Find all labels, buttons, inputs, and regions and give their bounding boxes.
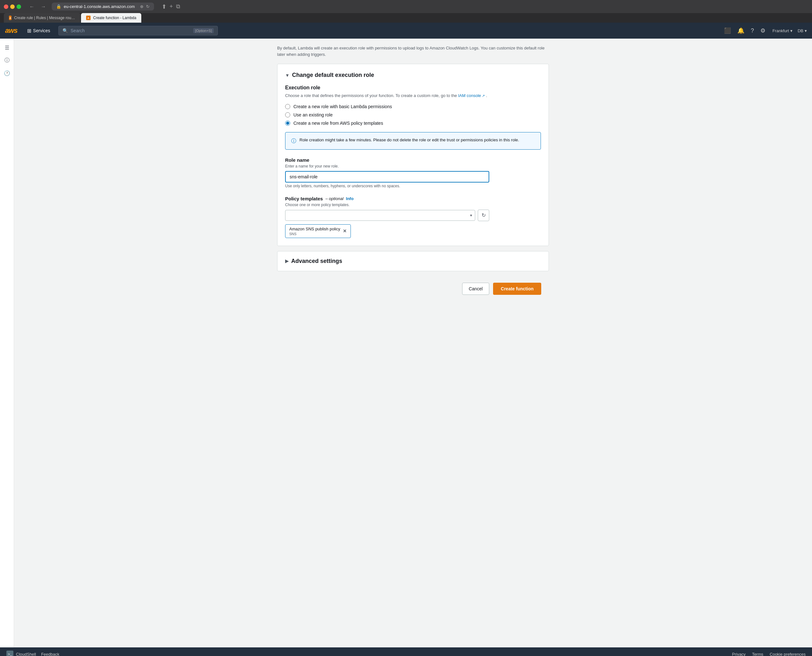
radio-existing-role-label: Use an existing role [293, 112, 333, 118]
policy-select-wrapper: ▾ [285, 210, 475, 221]
policy-refresh-button[interactable]: ↻ [478, 210, 489, 221]
user-label: DB [798, 28, 803, 33]
user-menu[interactable]: DB ▾ [798, 28, 807, 33]
radio-policy-template-label: Create a new role from AWS policy templa… [293, 121, 383, 126]
share-icon[interactable]: ⬆ [162, 3, 167, 10]
tab-iot[interactable]: A Create rule | Rules | Message routing … [4, 13, 80, 23]
cloudshell-icon: >_ [6, 651, 13, 656]
minimize-button[interactable] [10, 5, 15, 9]
role-name-hint: Enter a name for your new role. [285, 164, 541, 169]
execution-role-section-header: ▼ Change default execution role [285, 72, 541, 79]
browser-action-icons: ⬆ + ⧉ [162, 3, 181, 10]
policy-select[interactable] [285, 210, 475, 221]
external-link-icon: ↗ [482, 93, 485, 99]
region-dropdown-icon: ▾ [790, 28, 792, 33]
section-collapse-arrow[interactable]: ▼ [285, 73, 290, 78]
cookie-preferences-link[interactable]: Cookie preferences [770, 652, 806, 656]
radio-policy-template-input[interactable] [285, 121, 290, 126]
translation-icon: ⊕ [140, 4, 144, 9]
role-creation-info-text: Role creation might take a few minutes. … [299, 137, 519, 143]
back-button[interactable]: ← [28, 3, 36, 10]
refresh-icon: ↻ [482, 212, 486, 218]
default-role-info-text: By default, Lambda will create an execut… [277, 45, 549, 57]
execution-role-description: Choose a role that defines the permissio… [285, 93, 541, 99]
footer-actions: Cancel Create function [277, 278, 549, 300]
nav-icons: ⬛ 🔔 ? ⚙ Frankfurt ▾ DB ▾ [722, 25, 807, 36]
iam-link-text: IAM console [458, 93, 481, 99]
radio-existing-role-input[interactable] [285, 112, 290, 118]
cancel-button[interactable]: Cancel [462, 283, 489, 295]
advanced-settings-card: ▶ Advanced settings [277, 251, 549, 271]
search-shortcut-badge: [Option+S] [193, 28, 214, 33]
advanced-settings-title: Advanced settings [291, 258, 342, 265]
global-search-bar[interactable]: 🔍 [Option+S] [59, 26, 218, 36]
radio-existing-role[interactable]: Use an existing role [285, 112, 541, 118]
tag-badge-sns: Amazon SNS publish policy SNS ✕ [285, 224, 351, 238]
cloudshell-button[interactable]: >_ CloudShell [6, 651, 36, 656]
aws-navbar: aws ⊞ Services 🔍 [Option+S] ⬛ 🔔 ? ⚙ Fran… [0, 23, 812, 39]
services-menu-button[interactable]: ⊞ Services [24, 26, 54, 36]
create-function-button[interactable]: Create function [493, 283, 541, 295]
radio-new-role-input[interactable] [285, 104, 290, 109]
search-input[interactable] [71, 28, 191, 33]
policy-info-link[interactable]: Info [346, 196, 354, 201]
region-selector[interactable]: Frankfurt ▾ [770, 26, 795, 35]
radio-new-role-label: Create a new role with basic Lambda perm… [293, 104, 392, 109]
tag-remove-button[interactable]: ✕ [343, 229, 347, 234]
page-layout: ☰ ⓘ 🕐 By default, Lambda will create an … [0, 39, 812, 647]
help-icon[interactable]: ? [749, 26, 756, 36]
policy-label-text: Policy templates [285, 196, 323, 201]
sidebar-menu-icon[interactable]: ☰ [2, 42, 12, 53]
tab-label-iot: Create rule | Rules | Message routing | … [14, 15, 75, 20]
main-content: By default, Lambda will create an execut… [14, 39, 812, 647]
cloudshell-label: CloudShell [16, 652, 36, 656]
tab-favicon-iot: A [9, 15, 11, 20]
terms-link[interactable]: Terms [752, 652, 763, 656]
execution-role-card: ▼ Change default execution role Executio… [277, 64, 549, 246]
optional-text: – optional [325, 196, 343, 201]
advanced-collapse-arrow[interactable]: ▶ [285, 258, 289, 263]
section-title: Change default execution role [292, 72, 374, 79]
role-name-input[interactable] [285, 171, 489, 183]
settings-icon[interactable]: ⚙ [758, 25, 767, 36]
footer-links: Privacy Terms Cookie preferences [732, 652, 806, 656]
role-name-section: Role name Enter a name for your new role… [285, 157, 541, 188]
role-creation-info-box: ⓘ Role creation might take a few minutes… [285, 132, 541, 150]
address-bar[interactable]: 🔒 eu-central-1.console.aws.amazon.com ⊕ … [52, 3, 154, 11]
tag-sub: SNS [289, 232, 340, 236]
policy-select-row: ▾ ↻ [285, 210, 489, 221]
privacy-link[interactable]: Privacy [732, 652, 746, 656]
new-tab-icon[interactable]: + [170, 3, 173, 10]
info-circle-icon: ⓘ [291, 137, 296, 145]
reload-icon[interactable]: ↻ [146, 4, 150, 9]
address-text: eu-central-1.console.aws.amazon.com [64, 4, 135, 9]
services-label: Services [33, 28, 50, 33]
bell-icon[interactable]: 🔔 [735, 25, 746, 36]
lock-icon: 🔒 [56, 4, 61, 9]
forward-button[interactable]: → [39, 3, 48, 10]
sidebar-info-icon[interactable]: ⓘ [2, 55, 12, 65]
selected-policy-tags: Amazon SNS publish policy SNS ✕ [285, 224, 541, 238]
close-button[interactable] [4, 5, 8, 9]
aws-logo: aws [5, 26, 17, 35]
policy-templates-hint: Choose one or more policy templates. [285, 203, 541, 207]
tab-lambda[interactable]: A Create function - Lambda [81, 13, 141, 23]
execution-role-subtitle: Execution role [285, 85, 541, 91]
iam-console-link[interactable]: IAM console ↗ [458, 93, 485, 99]
split-view-icon[interactable]: ⧉ [176, 3, 180, 10]
advanced-settings-header[interactable]: ▶ Advanced settings [285, 258, 541, 265]
sidebar-history-icon[interactable]: 🕐 [2, 68, 12, 78]
desc-pre-text: Choose a role that defines the permissio… [285, 93, 457, 98]
policy-templates-label: Policy templates – optional Info [285, 196, 541, 201]
grid-icon: ⊞ [27, 28, 31, 34]
user-dropdown-icon: ▾ [805, 28, 807, 33]
terminal-icon[interactable]: ⬛ [722, 25, 733, 36]
radio-policy-template[interactable]: Create a new role from AWS policy templa… [285, 121, 541, 126]
desc-post-text: . [486, 93, 487, 98]
maximize-button[interactable] [17, 5, 21, 9]
tab-label-lambda: Create function - Lambda [93, 15, 136, 20]
sidebar: ☰ ⓘ 🕐 [0, 39, 14, 647]
browser-navigation: ← → [28, 3, 48, 10]
radio-new-role[interactable]: Create a new role with basic Lambda perm… [285, 104, 541, 109]
feedback-button[interactable]: Feedback [41, 652, 59, 656]
